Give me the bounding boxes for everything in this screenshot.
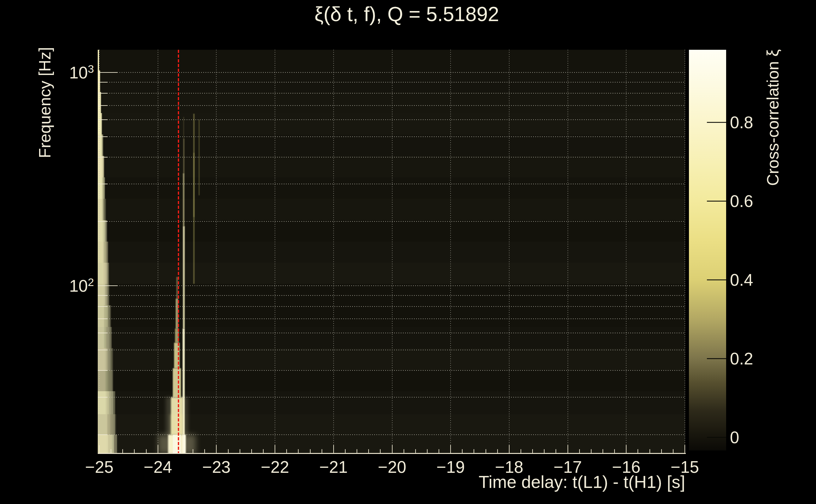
- y-tick: [98, 295, 107, 296]
- colorbar-tick-label: 0: [730, 427, 739, 447]
- heatmap-tile-row: [98, 71, 685, 92]
- y-gridline: [107, 434, 685, 435]
- x-gridline: [509, 50, 509, 454]
- heatmap-tile-row: [98, 135, 685, 156]
- x-major-tick: [333, 445, 334, 454]
- y-gridline: [107, 184, 685, 184]
- y-tick: [98, 318, 107, 319]
- y-tick: [98, 157, 107, 157]
- y-tick-exponent: 2: [88, 276, 94, 288]
- colorbar-tick: [707, 437, 726, 438]
- x-tick-label: −18: [495, 457, 523, 477]
- heatmap-plot-area: [98, 50, 685, 454]
- heatmap-tile-row: [98, 348, 685, 370]
- x-tick-label: −16: [612, 457, 641, 477]
- heatmap-tile-row: [98, 242, 685, 263]
- colorbar-title: Cross-correlation ξ: [763, 49, 781, 186]
- y-tick: [98, 333, 107, 333]
- y-tick: [98, 397, 107, 398]
- x-tick-label: −24: [144, 457, 172, 477]
- x-major-tick: [216, 445, 217, 454]
- y-gridline: [117, 285, 685, 286]
- heatmap-tile: [98, 220, 104, 242]
- heatmap-tile-row: [98, 370, 685, 391]
- correlation-ridge: [193, 153, 194, 217]
- heatmap-tile-row: [98, 284, 685, 305]
- y-tick: [98, 136, 107, 137]
- heatmap-tile: [98, 414, 111, 435]
- heatmap-tile-row: [98, 92, 685, 113]
- heatmap-tile-row: [98, 50, 685, 71]
- x-major-tick: [567, 445, 568, 454]
- correlation-ridge: [183, 139, 184, 173]
- x-tick-label: −17: [554, 457, 582, 477]
- x-major-tick: [275, 445, 275, 454]
- colorbar-tick-label: 0.2: [730, 349, 753, 368]
- y-tick-base: 10: [69, 277, 88, 295]
- heatmap-tile-row: [98, 199, 685, 220]
- x-gridline: [216, 50, 217, 454]
- x-gridline: [158, 50, 158, 454]
- y-tick: [98, 350, 107, 350]
- x-gridline: [450, 50, 451, 454]
- x-gridline: [567, 50, 568, 454]
- heatmap-tile-row: [98, 113, 685, 135]
- y-gridline: [107, 350, 685, 350]
- y-tick: [98, 184, 107, 184]
- colorbar-tick: [707, 201, 726, 202]
- x-major-tick: [158, 445, 158, 454]
- y-gridline: [107, 93, 685, 94]
- heatmap-tile-row: [98, 177, 685, 198]
- y-gridline: [107, 295, 685, 296]
- heatmap-tile-row: [98, 220, 685, 242]
- x-axis-line: [98, 453, 686, 454]
- heatmap-tile: [98, 50, 98, 71]
- correlation-ridge: [169, 414, 178, 454]
- y-gridline: [107, 333, 685, 333]
- y-tick: [98, 285, 117, 286]
- colorbar-tick: [707, 122, 726, 123]
- x-major-tick: [626, 445, 627, 454]
- time-delay-marker-line: [178, 50, 179, 454]
- x-major-tick: [392, 445, 393, 454]
- x-tick-label: −15: [671, 457, 699, 477]
- heatmap-tile-row: [98, 156, 685, 177]
- colorbar-tick-label: 0.8: [730, 112, 753, 132]
- y-gridline: [107, 318, 685, 319]
- colorbar: [689, 50, 726, 450]
- heatmap-tile-row: [98, 327, 685, 348]
- y-gridline: [107, 82, 685, 83]
- y-tick-base: 10: [69, 63, 88, 82]
- heatmap-tile-row: [98, 305, 685, 327]
- x-gridline: [626, 50, 627, 454]
- correlation-ridge: [183, 226, 185, 329]
- x-major-tick: [99, 445, 100, 454]
- y-axis-title: Frequency [Hz]: [35, 47, 53, 158]
- x-tick-label: −19: [436, 457, 465, 477]
- y-gridline: [107, 119, 685, 120]
- chart-title: ξ(δ t, f), Q = 5.51892: [98, 3, 716, 26]
- x-gridline: [275, 50, 275, 454]
- x-gridline: [99, 50, 100, 454]
- colorbar-tick-label: 0.6: [730, 191, 753, 210]
- correlation-ridge: [183, 173, 184, 226]
- x-tick-label: −23: [202, 457, 231, 477]
- colorbar-tick: [707, 358, 726, 359]
- x-major-tick: [450, 445, 451, 454]
- y-gridline: [117, 72, 685, 73]
- x-tick-label: −21: [319, 457, 348, 477]
- y-tick: [98, 72, 117, 73]
- x-major-tick: [685, 445, 685, 454]
- heatmap-tile: [98, 156, 103, 177]
- y-gridline: [107, 136, 685, 137]
- y-gridline: [107, 221, 685, 222]
- colorbar-tick-label: 0.4: [730, 270, 753, 289]
- y-tick: [98, 105, 107, 106]
- figure: ξ(δ t, f), Q = 5.51892 Frequency [Hz] Ti…: [0, 0, 816, 504]
- x-major-tick: [509, 445, 509, 454]
- y-tick: [98, 434, 107, 435]
- y-tick-label: 103: [69, 63, 94, 82]
- y-tick: [98, 306, 107, 307]
- y-tick: [98, 119, 107, 120]
- y-gridline: [107, 157, 685, 157]
